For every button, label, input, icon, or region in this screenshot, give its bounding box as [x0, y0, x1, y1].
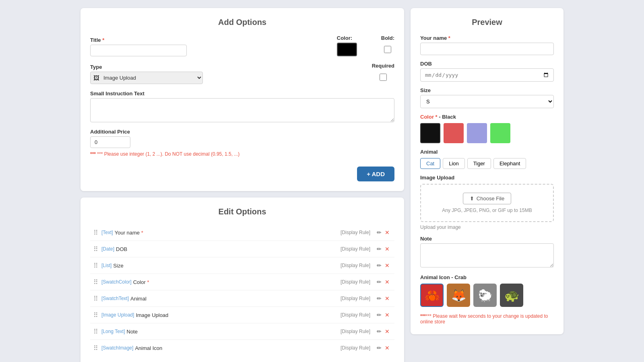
display-rule-link[interactable]: [Display Rule]	[341, 279, 370, 285]
option-type-badge: [Text]	[101, 230, 113, 235]
drag-handle[interactable]: ⠿	[93, 278, 98, 286]
animal-btn-elephant[interactable]: Elephant	[493, 158, 526, 169]
edit-option-row: ⠿ [SwatchText] Animal [Display Rule] ✏ ✕	[90, 290, 394, 307]
option-name: Animal Icon	[135, 345, 341, 351]
size-select[interactable]: S M L XL	[420, 95, 554, 108]
edit-option-row: ⠿ [Date] DOB [Display Rule] ✏ ✕	[90, 241, 394, 257]
animal-btn-lion[interactable]: Lion	[443, 158, 465, 169]
type-label: Type	[90, 64, 364, 70]
choose-file-button[interactable]: ⬆ Choose File	[463, 193, 511, 204]
animal-icon-label: Animal Icon - Crab	[420, 274, 554, 280]
size-label: Size	[420, 87, 554, 93]
display-rule-link[interactable]: [Display Rule]	[341, 329, 370, 334]
color-swatch-red[interactable]	[444, 123, 464, 143]
bold-label: Bold:	[381, 35, 394, 41]
animal-icon-swatch-fox[interactable]: 🦊	[447, 284, 470, 307]
edit-icon-button[interactable]: ✏	[375, 311, 383, 319]
edit-icon-button[interactable]: ✏	[375, 278, 383, 286]
color-swatch-green[interactable]	[490, 123, 510, 143]
animal-icon-swatch-crab[interactable]: 🦀	[420, 284, 444, 307]
delete-icon-button[interactable]: ✕	[383, 228, 391, 237]
display-rule-link[interactable]: [Display Rule]	[341, 296, 370, 301]
option-type-badge: [SwatchImage]	[101, 345, 133, 351]
display-rule-link[interactable]: [Display Rule]	[341, 263, 370, 268]
display-rule-link[interactable]: [Display Rule]	[341, 345, 370, 351]
drag-handle[interactable]: ⠿	[93, 311, 98, 319]
animal-btn-cat[interactable]: Cat	[420, 158, 440, 169]
edit-options-card: Edit Options ⠿ [Text] Your name * [Displ…	[80, 197, 404, 362]
drag-handle[interactable]: ⠿	[93, 295, 98, 302]
drag-handle[interactable]: ⠿	[93, 344, 98, 352]
option-type-badge: [Date]	[101, 246, 114, 252]
edit-option-row: ⠿ [List] Size [Display Rule] ✏ ✕	[90, 257, 394, 274]
animal-icon-swatch-turtle[interactable]: 🐢	[500, 284, 523, 307]
option-name: Color *	[133, 279, 341, 285]
dob-input[interactable]	[420, 68, 554, 82]
drag-handle[interactable]: ⠿	[93, 229, 98, 237]
note-label: Note	[420, 236, 554, 242]
edit-icon-button[interactable]: ✏	[375, 344, 383, 352]
delete-icon-button[interactable]: ✕	[383, 311, 391, 319]
delete-icon-button[interactable]: ✕	[383, 261, 391, 269]
note-textarea[interactable]	[420, 243, 554, 267]
edit-option-row: ⠿ [Text] Your name * [Display Rule] ✏ ✕	[90, 224, 394, 241]
option-type-badge: [SwatchText]	[101, 296, 129, 301]
additional-price-label: Additional Price	[90, 129, 394, 135]
display-rule-link[interactable]: [Display Rule]	[341, 312, 370, 318]
title-input[interactable]	[90, 45, 187, 56]
upload-hint: Any JPG, JPEG, PNG, or GIF up to 15MB	[429, 208, 545, 213]
edit-icon-button[interactable]: ✏	[375, 294, 383, 302]
preview-footer-note: ****** Please wait few seconds to your c…	[420, 313, 554, 325]
required-label: Required	[372, 63, 394, 69]
animal-btn-tiger[interactable]: Tiger	[467, 158, 491, 169]
option-name: Your name *	[115, 230, 341, 236]
option-name: Animal	[130, 296, 341, 302]
price-note: *** *** Please use integer (1, 2 ...). D…	[90, 151, 394, 157]
edit-icon-button[interactable]: ✏	[375, 261, 383, 269]
edit-icon-button[interactable]: ✏	[375, 228, 383, 237]
drag-handle[interactable]: ⠿	[93, 245, 98, 253]
delete-icon-button[interactable]: ✕	[383, 344, 391, 352]
edit-options-title: Edit Options	[90, 207, 394, 216]
add-button[interactable]: + ADD	[357, 167, 394, 181]
small-instruction-label: Small Instruction Text	[90, 90, 394, 97]
upload-icon: ⬆	[470, 195, 474, 202]
drag-handle[interactable]: ⠿	[93, 262, 98, 269]
animal-icon-swatches: 🦀🦊🐑🐢	[420, 284, 554, 307]
delete-icon-button[interactable]: ✕	[383, 294, 391, 302]
title-label: Title *	[90, 37, 313, 43]
edit-option-row: ⠿ [Long Text] Note [Display Rule] ✏ ✕	[90, 323, 394, 340]
edit-option-row: ⠿ [SwatchImage] Animal Icon [Display Rul…	[90, 340, 394, 356]
color-swatch-purple[interactable]	[467, 123, 487, 143]
small-instruction-textarea[interactable]	[90, 98, 394, 122]
add-options-card: Add Options Title * Color: Bold:	[80, 8, 404, 191]
animal-section-label: Animal	[420, 149, 554, 155]
display-rule-link[interactable]: [Display Rule]	[341, 246, 370, 252]
color-picker[interactable]	[337, 43, 357, 56]
preview-title: Preview	[420, 18, 554, 27]
animal-icon-swatch-sheep[interactable]: 🐑	[473, 284, 497, 307]
delete-icon-button[interactable]: ✕	[383, 278, 391, 286]
edit-option-row: ⠿ [SwatchColor] Color * [Display Rule] ✏…	[90, 274, 394, 290]
option-name: Image Upload	[136, 312, 341, 318]
edit-icon-button[interactable]: ✏	[375, 245, 383, 253]
dob-label: DOB	[420, 61, 554, 67]
your-name-input[interactable]	[420, 43, 554, 55]
color-label: Color:	[337, 35, 357, 41]
animal-buttons: CatLionTigerElephant	[420, 158, 554, 169]
type-select[interactable]: Text Date List SwatchColor SwatchText Im…	[90, 72, 203, 84]
bold-checkbox[interactable]	[384, 46, 391, 53]
your-name-label: Your name *	[420, 35, 554, 41]
upload-box: ⬆ Choose File Any JPG, JPEG, PNG, or GIF…	[420, 184, 554, 222]
delete-icon-button[interactable]: ✕	[383, 327, 391, 335]
required-checkbox[interactable]	[380, 74, 387, 81]
upload-image-note: Upload your image	[420, 224, 554, 230]
option-type-badge: [List]	[101, 263, 111, 268]
edit-options-list: ⠿ [Text] Your name * [Display Rule] ✏ ✕ …	[90, 224, 394, 356]
edit-icon-button[interactable]: ✏	[375, 327, 383, 335]
drag-handle[interactable]: ⠿	[93, 328, 98, 335]
display-rule-link[interactable]: [Display Rule]	[341, 230, 370, 235]
color-swatch-black[interactable]	[420, 123, 440, 143]
additional-price-input[interactable]	[90, 136, 130, 148]
delete-icon-button[interactable]: ✕	[383, 245, 391, 253]
